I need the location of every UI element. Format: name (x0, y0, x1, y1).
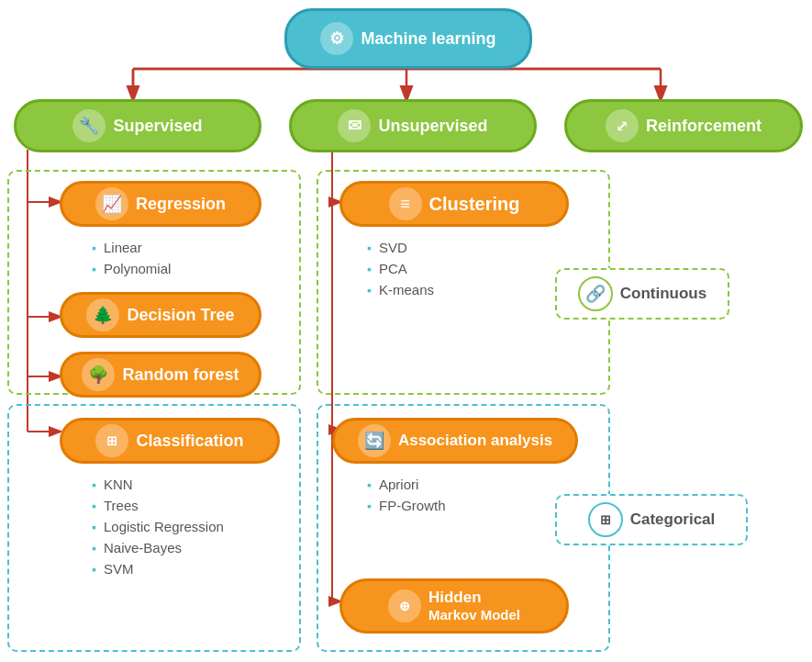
categorical-box: ⊞ Categorical (555, 494, 748, 545)
classification-icon: ⊞ (95, 424, 128, 457)
classification-item-4: Naive-Bayes (92, 537, 224, 558)
unsupervised-node: ✉ Unsupervised (289, 99, 537, 152)
supervised-node: 🔧 Supervised (14, 99, 261, 152)
supervised-icon: 🔧 (72, 109, 106, 142)
random-forest-label: Random forest (122, 365, 239, 385)
clustering-item-3: K-means (367, 279, 434, 300)
supervised-label: Supervised (113, 117, 202, 136)
hidden-markov-label-line2: Markov Model (428, 607, 520, 623)
clustering-icon: ≡ (389, 187, 422, 220)
categorical-label: Categorical (630, 511, 716, 529)
regression-label: Regression (136, 195, 226, 214)
hidden-markov-node: ⊕ Hidden Markov Model (339, 578, 569, 634)
clustering-node: ≡ Clustering (339, 181, 569, 227)
association-item-1: Apriori (367, 474, 445, 495)
clustering-list: SVD PCA K-means (367, 237, 434, 300)
continuous-label: Continuous (620, 285, 706, 303)
random-forest-icon: 🌳 (82, 358, 115, 391)
unsupervised-label: Unsupervised (378, 117, 487, 136)
continuous-box: 🔗 Continuous (555, 268, 729, 320)
hidden-markov-label-line1: Hidden (428, 589, 482, 607)
classification-item-1: KNN (92, 474, 224, 495)
categorical-icon: ⊞ (588, 502, 623, 537)
classification-item-3: Logistic Regression (92, 516, 224, 537)
regression-list: Linear Polynomial (92, 237, 171, 279)
unsupervised-icon: ✉ (338, 109, 371, 142)
ml-label: Machine learning (361, 29, 495, 49)
association-label: Association analysis (398, 432, 552, 450)
clustering-item-1: SVD (367, 237, 434, 258)
reinforcement-label: Reinforcement (646, 117, 762, 136)
association-item-2: FP-Growth (367, 495, 445, 516)
regression-item-2: Polynomial (92, 258, 171, 279)
regression-icon: 📈 (95, 187, 128, 220)
association-list: Apriori FP-Growth (367, 474, 445, 516)
classification-item-2: Trees (92, 495, 224, 516)
reinforcement-node: ⤢ Reinforcement (564, 99, 803, 152)
machine-learning-node: ⚙ Machine learning (284, 8, 532, 69)
hidden-markov-icon: ⊕ (388, 589, 421, 623)
ml-icon: ⚙ (320, 22, 353, 55)
classification-label: Classification (136, 432, 243, 451)
classification-item-5: SVM (92, 558, 224, 579)
random-forest-node: 🌳 Random forest (60, 352, 261, 398)
association-node: 🔄 Association analysis (332, 418, 578, 464)
classification-node: ⊞ Classification (60, 418, 280, 464)
decision-tree-label: Decision Tree (127, 306, 234, 325)
reinforcement-icon: ⤢ (606, 109, 639, 142)
clustering-item-2: PCA (367, 258, 434, 279)
continuous-icon: 🔗 (578, 276, 613, 311)
regression-node: 📈 Regression (60, 181, 261, 227)
classification-list: KNN Trees Logistic Regression Naive-Baye… (92, 474, 224, 579)
decision-tree-node: 🌲 Decision Tree (60, 292, 261, 338)
clustering-label: Clustering (429, 194, 520, 215)
association-icon: 🔄 (358, 424, 391, 457)
regression-item-1: Linear (92, 237, 171, 258)
decision-tree-icon: 🌲 (86, 298, 119, 331)
